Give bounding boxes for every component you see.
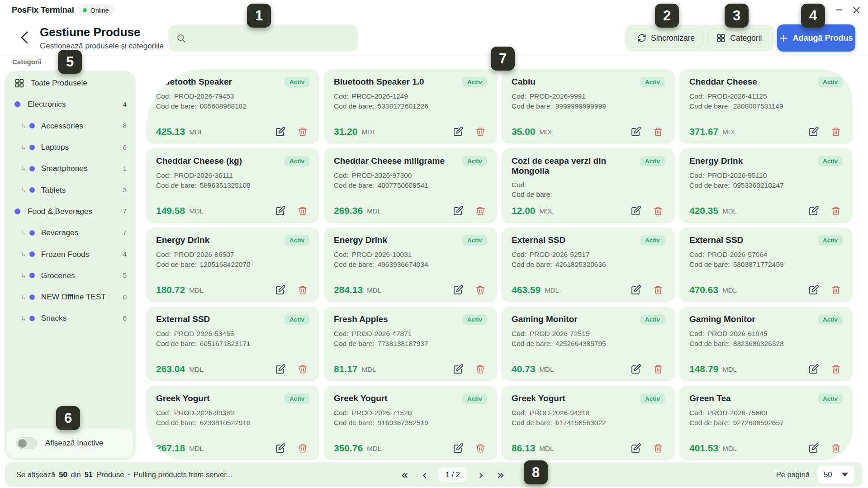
edit-product-button[interactable] xyxy=(453,443,464,454)
add-product-button[interactable]: Adaugă Produs xyxy=(777,24,855,52)
product-codes: Cod:PROD-2026-94318 Cod de bare:61741585… xyxy=(512,408,665,427)
code-value: PROD-2026-99389 xyxy=(174,409,234,417)
edit-product-button[interactable] xyxy=(453,364,464,374)
next-page-button[interactable]: › xyxy=(477,469,485,481)
delete-product-button[interactable] xyxy=(475,364,485,374)
category-label: Laptops xyxy=(41,142,69,152)
sidebar-item-laptops[interactable]: ↳Laptops6 xyxy=(5,137,136,158)
all-products-grid-icon xyxy=(14,78,24,88)
back-button[interactable] xyxy=(16,29,33,46)
sidebar-item-snacks[interactable]: ↳Snacks6 xyxy=(5,308,136,329)
sidebar-item-tablets[interactable]: ↳Tablets3 xyxy=(5,179,136,200)
delete-product-button[interactable] xyxy=(298,285,308,295)
delete-product-button[interactable] xyxy=(653,285,663,295)
sync-status-message: Pulling products from server... xyxy=(133,470,232,479)
sidebar-item-beverages[interactable]: ↳Beverages7 xyxy=(5,222,136,243)
delete-product-button[interactable] xyxy=(831,285,841,295)
items-word: Produse xyxy=(96,470,124,479)
sidebar-item-frozen-foods[interactable]: ↳Frozen Foods4 xyxy=(5,243,136,265)
edit-product-button[interactable] xyxy=(631,205,641,216)
trash-icon xyxy=(298,127,308,137)
edit-product-button[interactable] xyxy=(275,364,286,374)
edit-product-button[interactable] xyxy=(453,126,464,137)
product-card: External SSD Activ Cod:PROD-2026-53455 C… xyxy=(146,307,319,381)
sidebar-item-smartphones[interactable]: ↳Smartphones1 xyxy=(5,158,136,179)
edit-product-button[interactable] xyxy=(808,443,819,454)
trash-icon xyxy=(831,285,841,295)
delete-product-button[interactable] xyxy=(475,127,485,137)
code-value: PROD-2026-41125 xyxy=(707,92,767,100)
delete-product-button[interactable] xyxy=(298,127,308,137)
prev-page-button[interactable]: ‹ xyxy=(420,469,429,481)
all-products-label: Toate Produsele xyxy=(31,78,87,88)
search-icon xyxy=(176,33,186,43)
edit-product-button[interactable] xyxy=(453,205,464,216)
last-page-button[interactable]: » xyxy=(495,469,507,481)
delete-product-button[interactable] xyxy=(475,285,485,295)
product-price: 81.17 xyxy=(334,364,358,374)
search-input[interactable] xyxy=(191,33,350,43)
delete-product-button[interactable] xyxy=(475,443,485,454)
category-count: 6 xyxy=(123,143,127,152)
delete-product-button[interactable] xyxy=(298,206,308,216)
show-inactive-toggle[interactable] xyxy=(16,437,37,449)
product-barcode-line: Cod de bare: xyxy=(512,190,665,199)
status-badge: Activ xyxy=(818,156,843,166)
edit-product-button[interactable] xyxy=(275,284,286,295)
delete-product-button[interactable] xyxy=(298,364,308,374)
trash-icon xyxy=(653,364,663,374)
per-page-select[interactable]: 50 xyxy=(817,465,855,484)
categories-button[interactable]: Categorii xyxy=(708,28,770,48)
sync-button[interactable]: Sincronizare xyxy=(629,28,703,48)
edit-product-button[interactable] xyxy=(275,205,286,216)
annotation-badge-7: 7 xyxy=(491,47,515,71)
edit-product-button[interactable] xyxy=(631,126,641,137)
edit-product-button[interactable] xyxy=(631,364,641,374)
delete-product-button[interactable] xyxy=(831,127,841,137)
per-page-label: Pe pagină xyxy=(776,470,810,479)
sidebar-item-all-products[interactable]: Toate Produsele xyxy=(5,72,136,94)
trash-icon xyxy=(831,206,841,216)
window-minimize-button[interactable] xyxy=(834,5,844,15)
delete-product-button[interactable] xyxy=(831,364,841,374)
delete-product-button[interactable] xyxy=(831,206,841,216)
edit-product-button[interactable] xyxy=(275,126,286,137)
barcode-value: 9169367352519 xyxy=(378,419,428,426)
sidebar-item-food-beverages[interactable]: Food & Beverages7 xyxy=(5,201,136,222)
code-value: PROD-2026-61945 xyxy=(707,330,768,337)
product-card: Cheddar Cheese Activ Cod:PROD-2026-41125… xyxy=(679,69,853,144)
edit-product-button[interactable] xyxy=(631,284,641,295)
edit-product-button[interactable] xyxy=(808,364,819,374)
edit-product-button[interactable] xyxy=(808,284,819,295)
status-badge: Activ xyxy=(640,393,665,404)
sidebar-item-groceries[interactable]: ↳Groceries5 xyxy=(5,265,136,286)
delete-product-button[interactable] xyxy=(653,364,663,374)
product-barcode-line: Cod de bare:9169367352519 xyxy=(334,418,487,428)
product-codes: Cod:PROD-2026-97300 Cod de bare:40077506… xyxy=(334,171,487,190)
code-value: PROD-2026-53455 xyxy=(174,330,234,337)
search-box[interactable] xyxy=(168,24,358,52)
first-page-button[interactable]: « xyxy=(399,469,411,481)
sidebar-item-electronics[interactable]: Electronics4 xyxy=(5,94,136,115)
window-close-button[interactable] xyxy=(851,5,862,15)
edit-product-button[interactable] xyxy=(453,284,464,295)
delete-product-button[interactable] xyxy=(475,206,485,216)
sidebar-item-new-offline-test[interactable]: ↳NEW Offline TEST0 xyxy=(5,286,136,308)
edit-product-button[interactable] xyxy=(808,205,819,216)
trash-icon xyxy=(653,285,663,295)
edit-product-button[interactable] xyxy=(631,443,641,454)
delete-product-button[interactable] xyxy=(653,206,663,216)
code-value: PROD-2026-86507 xyxy=(174,251,234,258)
sidebar-item-accessories[interactable]: ↳Accessories8 xyxy=(5,115,136,137)
delete-product-button[interactable] xyxy=(653,127,663,137)
delete-product-button[interactable] xyxy=(653,443,663,454)
edit-product-button[interactable] xyxy=(275,443,286,454)
edit-product-button[interactable] xyxy=(808,126,819,137)
code-label: Cod: xyxy=(689,409,704,417)
delete-product-button[interactable] xyxy=(298,443,308,454)
product-code-line: Cod: xyxy=(512,180,665,190)
delete-product-button[interactable] xyxy=(831,443,841,454)
of-word: din xyxy=(71,470,81,479)
barcode-value: 1205168422070 xyxy=(200,261,251,268)
currency-label: MDL xyxy=(722,365,737,373)
